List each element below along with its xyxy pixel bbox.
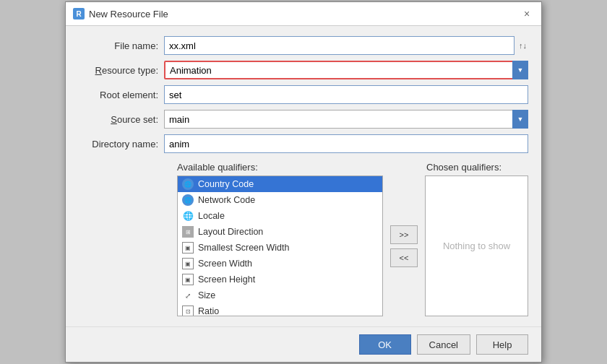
arrow-spacer (383, 162, 426, 173)
directory-name-row: Directory name: (79, 134, 528, 153)
dialog-title: New Resource File (89, 9, 168, 20)
list-item-label: Smallest Screen Width (198, 243, 289, 253)
resource-type-label: Resource type: (79, 65, 158, 76)
remove-qualifier-button[interactable]: << (390, 248, 418, 267)
screen-height-icon: ▣ (182, 274, 194, 285)
file-name-input-group: ↑↓ (164, 36, 528, 55)
resource-type-select[interactable]: Animation (164, 61, 528, 79)
qualifiers-labels-row: Available qualifiers: Chosen qualifiers: (79, 162, 528, 173)
list-item[interactable]: ▣ Screen Height (178, 272, 382, 287)
available-qualifiers-label: Available qualifiers: (177, 162, 383, 173)
cancel-button[interactable]: Cancel (417, 334, 470, 355)
sort-button[interactable]: ↑↓ (517, 41, 528, 50)
file-name-label: File name: (79, 40, 158, 51)
source-set-label-text: Source set: (111, 114, 158, 125)
available-qualifiers-list[interactable]: 🌐 Country Code 🌐 Network Code 🌐 Locale ⊞… (177, 176, 383, 316)
list-item[interactable]: ⊡ Ratio (178, 303, 382, 316)
directory-name-label: Directory name: (79, 139, 158, 150)
directory-name-input[interactable] (164, 134, 528, 153)
list-item-label: Country Code (198, 179, 254, 189)
dialog-icon: R (73, 8, 85, 20)
source-set-select[interactable]: main (164, 110, 528, 129)
list-item[interactable]: ⤢ Size (178, 287, 382, 303)
ratio-icon: ⊡ (182, 306, 194, 316)
dialog-body: File name: ↑↓ Resource type: Animation R… (66, 26, 541, 326)
help-button[interactable]: Help (476, 334, 528, 355)
list-item-label: Layout Direction (198, 227, 263, 237)
file-name-input[interactable] (164, 36, 515, 55)
resource-type-row: Resource type: Animation (79, 61, 528, 79)
title-bar: R New Resource File × (66, 2, 541, 26)
list-item[interactable]: 🌐 Network Code (178, 192, 382, 208)
network-code-icon: 🌐 (182, 194, 194, 206)
list-item[interactable]: ▣ Smallest Screen Width (178, 240, 382, 256)
list-item[interactable]: 🌐 Locale (178, 208, 382, 224)
layout-direction-icon: ⊞ (182, 226, 194, 238)
source-set-label: Source set: (79, 114, 158, 125)
list-item-label: Locale (198, 211, 225, 221)
qualifier-arrow-buttons: >> << (383, 225, 425, 267)
locale-icon: 🌐 (182, 210, 194, 222)
nothing-to-show-text: Nothing to show (443, 240, 510, 251)
list-item-label: Screen Width (198, 259, 252, 269)
list-item-label: Size (198, 290, 215, 300)
country-code-icon: 🌐 (182, 178, 194, 190)
list-item-label: Screen Height (198, 274, 255, 285)
list-item-label: Ratio (198, 306, 219, 316)
root-element-row: Root element: (79, 85, 528, 104)
title-bar-left: R New Resource File (73, 8, 168, 20)
screen-width-icon: ▣ (182, 258, 194, 269)
file-name-row: File name: ↑↓ (79, 36, 528, 55)
dialog-footer: OK Cancel Help (66, 326, 541, 362)
source-set-select-wrapper: main (164, 110, 528, 129)
resource-type-select-wrapper: Animation (164, 61, 528, 79)
qualifiers-section: Available qualifiers: Chosen qualifiers:… (79, 162, 528, 316)
list-item[interactable]: ▣ Screen Width (178, 256, 382, 272)
chosen-qualifiers-box: Nothing to show (425, 176, 528, 316)
root-element-input[interactable] (164, 85, 528, 104)
ok-button[interactable]: OK (359, 334, 411, 355)
size-icon: ⤢ (182, 290, 194, 301)
root-element-label: Root element: (79, 90, 158, 100)
resource-type-label-text: Resource type: (95, 65, 158, 76)
chosen-qualifiers-label: Chosen qualifiers: (426, 162, 501, 173)
qualifiers-lists-row: 🌐 Country Code 🌐 Network Code 🌐 Locale ⊞… (79, 176, 528, 316)
close-button[interactable]: × (520, 6, 534, 21)
new-resource-file-dialog: R New Resource File × File name: ↑↓ Reso… (65, 1, 542, 363)
smallest-screen-width-icon: ▣ (182, 242, 194, 254)
add-qualifier-button[interactable]: >> (390, 225, 418, 244)
available-qualifiers-label-spacer (92, 162, 171, 173)
list-item[interactable]: 🌐 Country Code (178, 176, 382, 192)
list-item-label: Network Code (198, 195, 255, 205)
list-item[interactable]: ⊞ Layout Direction (178, 224, 382, 240)
source-set-row: Source set: main (79, 110, 528, 129)
